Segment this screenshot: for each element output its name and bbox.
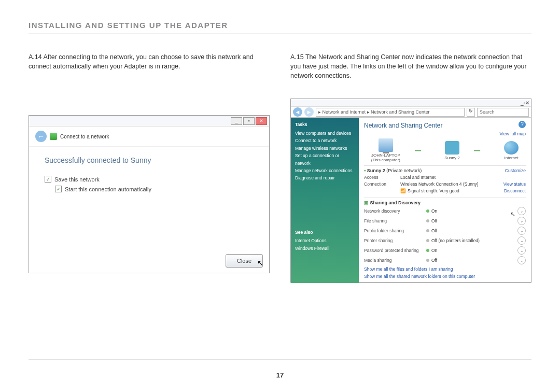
sd-value: Off (no printers installed) — [431, 238, 480, 243]
network-map: JOHN-LAPTOP (This computer) ━━ Sunny 2 ━… — [364, 138, 526, 162]
panel-title: Network and Sharing Center — [364, 122, 526, 129]
close-icon[interactable]: ✕ — [525, 100, 529, 106]
sd-label: File sharing — [364, 218, 426, 223]
sd-row: Printer sharingOff (no printers installe… — [364, 236, 526, 245]
expand-icon[interactable]: ⌄ — [517, 227, 526, 235]
conn-value: Wireless Network Connection 4 (Sunny) — [400, 181, 503, 187]
dialog-header: ← Connect to a network — [29, 127, 269, 147]
auto-connect-label: Start this connection automatically — [65, 186, 151, 192]
map-internet: Internet — [504, 141, 519, 160]
content-panel: ? Network and Sharing Center View full m… — [359, 118, 531, 283]
computer-icon — [379, 138, 393, 152]
address-bar: ◄ ► ▸ Network and Internet ▸ Network and… — [291, 107, 531, 118]
expand-icon[interactable]: ⌄ — [517, 207, 526, 215]
sd-value: On — [431, 248, 437, 253]
dialog-title: Connect to a network — [60, 134, 109, 139]
sd-row: Media sharingOff⌄ — [364, 256, 526, 264]
checkbox-icon[interactable]: ✓ — [55, 186, 62, 192]
status-dot-icon — [426, 209, 429, 213]
step-a14: A.14 After connecting to the network, yo… — [29, 52, 270, 71]
minimize-icon[interactable]: _ — [231, 117, 242, 125]
back-icon[interactable]: ← — [35, 131, 47, 142]
sd-row: Public folder sharingOff⌄ — [364, 227, 526, 235]
columns: A.14 After connecting to the network, yo… — [29, 52, 531, 283]
sd-row: Password protected sharingOn⌄ — [364, 246, 526, 255]
window-controls: _ ▫ ✕ — [29, 116, 269, 127]
show-folders-link[interactable]: Show me all the shared network folders o… — [364, 274, 526, 279]
sharing-discovery-header: ▣ Sharing and Discovery — [364, 198, 526, 205]
expand-icon[interactable]: ⌄ — [517, 236, 526, 245]
page-number: 17 — [0, 371, 560, 379]
sidebar-item-setup[interactable]: Set up a connection or network — [295, 152, 355, 167]
sidebar-item-diagnose[interactable]: Diagnose and repair — [295, 174, 355, 181]
access-value: Local and Internet — [400, 175, 526, 180]
status-dot-icon — [426, 229, 429, 232]
expand-icon[interactable]: ⌄ — [517, 256, 526, 264]
cursor-icon: ↖ — [510, 211, 515, 218]
divider-top — [29, 34, 531, 34]
status-dot-icon — [426, 259, 429, 262]
section-title: INSTALLING AND SETTING UP THE ADAPTER — [29, 21, 531, 30]
customize-link[interactable]: Customize — [505, 168, 526, 173]
map-inet-label: Internet — [504, 156, 519, 160]
view-status-link[interactable]: View status — [503, 181, 526, 187]
sd-row: File sharingOff⌄ — [364, 217, 526, 225]
search-input[interactable] — [477, 108, 529, 117]
save-network-row[interactable]: ✓ Save this network — [45, 176, 254, 183]
success-message: Successfully connected to Sunny — [45, 156, 254, 164]
window-controls: _ ▫ ✕ — [291, 99, 531, 107]
map-net-label: Sunny 2 — [444, 156, 459, 160]
left-column: A.14 After connecting to the network, yo… — [29, 52, 270, 283]
sd-value: On — [431, 208, 437, 214]
nav-fwd-icon[interactable]: ► — [304, 107, 314, 117]
link-line: ━━ — [474, 148, 489, 153]
network-info: ▪ Sunny 2 (Private network) Customize Ac… — [364, 165, 526, 193]
step-a15: A.15 The Network and Sharing Center now … — [290, 52, 531, 80]
expand-icon[interactable]: ⌄ — [517, 246, 526, 255]
network-icon — [50, 133, 57, 140]
map-network: Sunny 2 — [444, 141, 459, 160]
sidebar-seealso-header: See also — [295, 229, 355, 236]
signal-text: Signal strength: Very good — [408, 188, 459, 193]
disconnect-link[interactable]: Disconnect — [504, 188, 526, 193]
sd-label: Public folder sharing — [364, 228, 426, 233]
sidebar-item-inet-options[interactable]: Internet Options — [295, 237, 355, 244]
status-dot-icon — [426, 239, 429, 242]
conn-key: Connection — [364, 181, 400, 187]
sidebar: Tasks View computers and devices Connect… — [291, 118, 359, 283]
sidebar-item-manage-conn[interactable]: Manage network connections — [295, 167, 355, 174]
nav-back-icon[interactable]: ◄ — [293, 107, 302, 117]
close-button-label: Close — [237, 258, 251, 264]
map-pc-sub: (This computer) — [371, 158, 400, 162]
auto-connect-row[interactable]: ✓ Start this connection automatically — [55, 186, 254, 192]
breadcrumb[interactable]: ▸ Network and Internet ▸ Network and Sha… — [316, 108, 465, 117]
close-button[interactable]: Close ↖ — [226, 254, 263, 268]
sidebar-item-firewall[interactable]: Windows Firewall — [295, 245, 355, 252]
view-full-map-link[interactable]: View full map — [364, 131, 526, 136]
link-line: ━━ — [415, 148, 430, 153]
status-dot-icon — [426, 249, 429, 252]
right-column: A.15 The Network and Sharing Center now … — [290, 52, 531, 283]
sd-value: Off — [431, 218, 437, 223]
map-pc: JOHN-LAPTOP (This computer) — [371, 138, 400, 162]
status-dot-icon — [426, 219, 429, 222]
signal-icon: 📶 — [400, 188, 406, 193]
sidebar-tasks-header: Tasks — [295, 121, 355, 128]
sidebar-item-connect[interactable]: Connect to a network — [295, 137, 355, 144]
sidebar-item-view-devices[interactable]: View computers and devices — [295, 130, 355, 137]
screenshot-connect: _ ▫ ✕ ← Connect to a network Successfull… — [29, 115, 270, 273]
maximize-icon[interactable]: ▫ — [243, 117, 255, 125]
show-files-link[interactable]: Show me all the files and folders I am s… — [364, 267, 526, 272]
sd-label: Printer sharing — [364, 238, 426, 243]
network-type: (Private network) — [386, 168, 422, 173]
close-icon[interactable]: ✕ — [256, 117, 267, 125]
checkbox-icon[interactable]: ✓ — [45, 176, 51, 183]
map-pc-label: JOHN-LAPTOP — [371, 153, 400, 158]
divider-bottom — [29, 359, 531, 359]
expand-icon[interactable]: ⌄ — [517, 217, 526, 225]
access-key: Access — [364, 175, 400, 180]
sidebar-item-manage-wireless[interactable]: Manage wireless networks — [295, 145, 355, 152]
sd-label: Network discovery — [364, 208, 426, 214]
refresh-icon[interactable]: ↻ — [467, 108, 475, 117]
network-name: Sunny 2 — [367, 168, 385, 173]
